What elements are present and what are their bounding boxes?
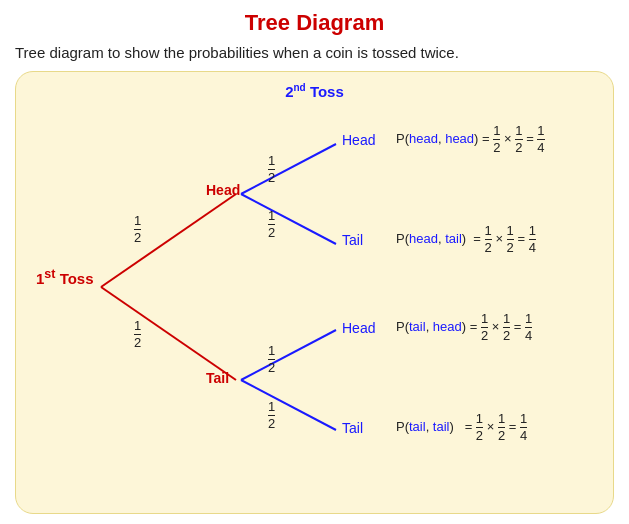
svg-line-0 — [101, 194, 236, 287]
frac-root-tail: 12 — [134, 319, 141, 351]
outcome-ht: Tail — [342, 232, 363, 248]
svg-line-2 — [241, 144, 336, 194]
tree-area: 1st Toss 12 12 Head Tail 12 12 — [26, 102, 603, 495]
prob-tt: P(tail, tail) = 12 × 12 = 14 — [396, 412, 527, 444]
svg-line-4 — [241, 330, 336, 380]
subtitle: Tree diagram to show the probabilities w… — [15, 44, 614, 61]
svg-line-5 — [241, 380, 336, 430]
svg-line-3 — [241, 194, 336, 244]
outcome-hh: Head — [342, 132, 375, 148]
frac-root-head: 12 — [134, 214, 141, 246]
prob-th: P(tail, head) = 12 × 12 = 14 — [396, 312, 532, 344]
page-title: Tree Diagram — [15, 10, 614, 36]
second-toss-label: 2nd Toss — [26, 82, 603, 100]
svg-line-1 — [101, 287, 236, 380]
frac-ht: 12 — [268, 209, 275, 241]
frac-tt: 12 — [268, 400, 275, 432]
page: Tree Diagram Tree diagram to show the pr… — [0, 0, 629, 524]
outcome-tt: Tail — [342, 420, 363, 436]
first-toss-label: 1st Toss — [36, 267, 94, 287]
outcome-th: Head — [342, 320, 375, 336]
mid-head-label: Head — [206, 182, 240, 198]
frac-th: 12 — [268, 344, 275, 376]
frac-hh: 12 — [268, 154, 275, 186]
prob-hh: P(head, head) = 12 × 12 = 14 — [396, 124, 545, 156]
mid-tail-label: Tail — [206, 370, 229, 386]
prob-ht: P(head, tail) = 12 × 12 = 14 — [396, 224, 536, 256]
diagram-container: 2nd Toss 1st Toss — [15, 71, 614, 514]
